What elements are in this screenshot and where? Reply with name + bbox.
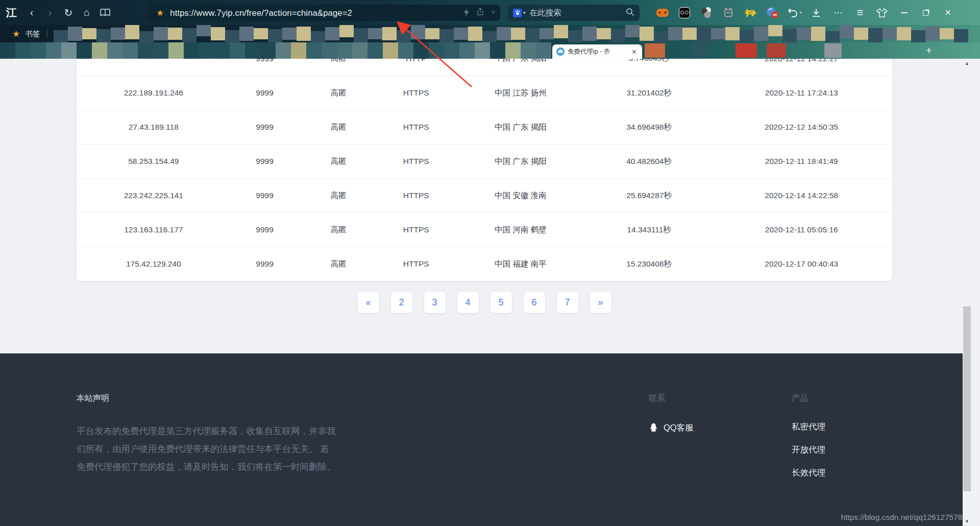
blurred-item [482,31,497,42]
search-input[interactable]: 在此搜索 [530,8,626,18]
qq-support-link[interactable]: QQ客服 [649,422,694,434]
page-button-4[interactable]: 4 [457,291,479,314]
blurred-item [940,28,954,39]
blurred-item [868,28,883,42]
molecule-extension-icon[interactable] [699,5,714,20]
blurred-item [682,28,697,40]
forward-icon[interactable]: › [41,4,59,22]
blurred-item [276,42,291,59]
search-engine-caret-icon[interactable]: ▾ [523,10,526,15]
blurred-item [668,27,682,40]
blurred-item [475,42,490,59]
adblock-extension-icon[interactable] [765,5,780,20]
yellow-cat-extension-icon[interactable] [743,5,758,20]
bookmarks-label[interactable]: 书签 [25,29,40,39]
footer-link-私密代理[interactable]: 私密代理 [792,419,825,434]
blurred-item [398,42,413,59]
more-icon[interactable]: ⋯ [830,5,846,20]
table-row: 123.163.116.1779999高匿HTTPS中国 河南 鹤壁14.343… [77,212,892,247]
blurred-item [568,30,582,42]
gamepad-extension-icon[interactable] [655,5,670,20]
blurred-item [640,27,654,41]
bookmarks-star-icon[interactable]: ★ [12,29,20,39]
blurred-item [107,42,122,59]
cell-location: 中国 河南 鹤壁 [454,225,587,235]
page-button-»[interactable]: » [590,291,612,314]
page-button-5[interactable]: 5 [490,291,512,314]
bookmark-star-icon[interactable]: ★ [156,8,164,18]
scroll-up-icon[interactable]: ▲ [963,61,971,66]
url-text[interactable]: https://www.7yip.cn/free/?action=china&p… [170,8,464,18]
cell-location: 中国 广东 揭阳 [454,59,587,64]
address-bar[interactable]: ★ https://www.7yip.cn/free/?action=china… [148,5,500,21]
download-icon[interactable] [808,5,824,20]
pink-cat-extension-icon[interactable] [721,5,736,20]
chevron-down-icon[interactable]: ˅ [492,9,495,16]
footer-statement-heading: 本站声明 [77,393,337,404]
scrollbar-thumb[interactable] [963,306,971,491]
blurred-item [468,27,482,41]
blurred-item [0,42,15,59]
blurred-item [611,29,625,42]
search-engine-icon[interactable] [513,9,522,17]
new-tab-button[interactable]: + [922,43,936,58]
blurred-item [397,30,411,42]
home-icon[interactable]: ⌂ [78,4,96,22]
tab-close-icon[interactable]: ✕ [630,48,638,56]
blurred-item [454,28,468,40]
page-button-2[interactable]: 2 [390,291,413,314]
restore-button[interactable] [918,5,934,20]
blurred-item [184,42,199,59]
menu-icon[interactable]: ≡ [852,5,868,20]
footer-link-长效代理[interactable]: 长效代理 [792,465,825,480]
blurred-item [96,29,111,42]
blurred-item [854,28,868,40]
undo-icon[interactable]: ▾ [787,5,802,20]
scroll-down-icon[interactable]: ▼ [963,519,971,524]
blurred-item [92,42,107,59]
page-button-6[interactable]: 6 [523,291,546,314]
cell-protocol: HTTPS [378,225,454,234]
blurred-item [425,28,439,39]
robot-extension-icon[interactable] [677,5,692,20]
cell-speed: 14.343111秒 [587,225,711,235]
page-button-3[interactable]: 3 [424,291,446,314]
minimize-button[interactable] [896,5,912,20]
reload-icon[interactable]: ↻ [59,4,78,22]
cell-port: 9999 [231,123,299,132]
blurred-item [337,42,352,59]
blurred-item [239,27,254,41]
blurred-tab [736,43,757,58]
back-icon[interactable]: ‹ [22,4,41,22]
cell-ip: 223.242.225.141 [77,191,231,200]
page-button-«[interactable]: « [357,291,380,314]
blurred-item [540,28,554,39]
close-button[interactable]: ✕ [940,5,955,20]
cell-protocol: HTTPS [378,123,454,132]
footer-link-开放代理[interactable]: 开放代理 [792,442,825,457]
scrollbar[interactable]: ▲ ▼ [963,59,971,526]
blurred-item [654,31,668,42]
blurred-item [260,42,276,59]
reading-mode-icon[interactable] [96,4,114,22]
bookmarks-bar: ★ 书签 [0,25,980,42]
browser-logo: 江 [0,6,22,20]
page-button-7[interactable]: 7 [556,291,579,314]
cell-ip: 222.189.191.246 [77,88,231,98]
cell-checked: 2020-12-11 18:41:49 [710,157,892,166]
blurred-item [411,25,425,39]
table-row-partial: 9999高匿HTTP中国 广东 揭阳3.746045秒2020-12-12 14… [77,59,892,76]
search-box[interactable]: ▾ 在此搜索 [508,5,640,21]
blurred-item [797,28,811,40]
active-tab[interactable]: 免费代理ip - 齐 ✕ [552,44,642,59]
cell-ip: 123.163.116.177 [77,225,231,234]
lightning-icon[interactable] [464,8,469,18]
blurred-item [582,27,597,41]
blurred-item [230,42,245,59]
search-icon[interactable] [626,8,634,18]
cell-checked: 2020-12-12 14:22:27 [710,59,892,63]
share-icon[interactable] [476,8,484,18]
blurred-item [182,28,197,42]
blurred-item [811,27,825,41]
theme-icon[interactable] [874,5,890,20]
